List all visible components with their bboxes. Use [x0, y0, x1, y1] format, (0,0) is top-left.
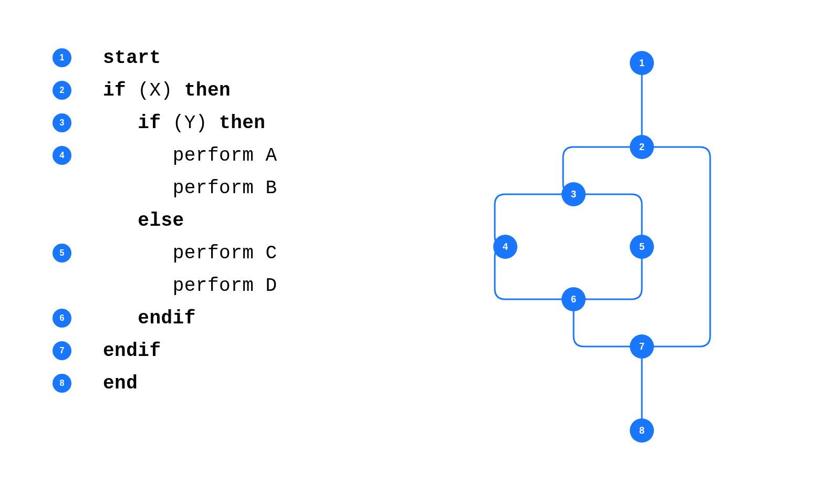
code-text: endif	[103, 340, 161, 362]
code-line-3: 4 perform A	[53, 145, 395, 166]
line-number-badge: 5	[53, 244, 71, 262]
keyword: else	[138, 210, 184, 232]
code-text: if (Y) then	[103, 112, 265, 134]
keyword: then	[184, 80, 231, 101]
code-text: end	[103, 373, 138, 394]
line-number-badge: 4	[53, 146, 71, 165]
line-number-badge: 2	[53, 81, 71, 100]
code-line-4: perform B	[53, 177, 395, 198]
line-number-badge: 8	[53, 374, 71, 393]
graph-node-6: 6	[561, 287, 586, 311]
node-label: 4	[503, 242, 508, 252]
keyword: if	[138, 112, 161, 134]
code-line-6: 5 perform C	[53, 243, 395, 264]
keyword: start	[103, 47, 161, 69]
code-text: perform B	[103, 177, 277, 199]
code-text: perform C	[103, 243, 277, 264]
graph-node-4: 4	[493, 235, 517, 259]
code-line-10: 8end	[53, 373, 395, 394]
token: perform C	[173, 243, 277, 264]
code-line-1: 2if (X) then	[53, 80, 395, 101]
node-label: 2	[639, 142, 644, 152]
token: (Y)	[161, 112, 220, 134]
code-text: perform A	[103, 145, 277, 166]
code-line-2: 3 if (Y) then	[53, 112, 395, 133]
graph-node-8: 8	[630, 418, 654, 443]
code-text: perform D	[103, 275, 277, 297]
graph-node-2: 2	[630, 135, 654, 159]
code-line-7: perform D	[53, 275, 395, 296]
token: perform B	[173, 177, 277, 199]
diagram-container: 1start2if (X) then3 if (Y) then4 perform…	[0, 0, 832, 504]
flow-graph: 12345678	[442, 42, 757, 462]
code-line-9: 7endif	[53, 340, 395, 361]
code-text: if (X) then	[103, 80, 231, 101]
graph-node-1: 1	[630, 51, 654, 75]
code-text: endif	[103, 308, 196, 329]
code-line-8: 6 endif	[53, 308, 395, 329]
node-label: 5	[639, 242, 644, 252]
graph-panel: 12345678	[416, 0, 832, 504]
keyword: then	[219, 112, 265, 134]
line-number-placeholder	[53, 178, 71, 197]
line-number-badge: 3	[53, 113, 71, 132]
keyword: endif	[138, 308, 196, 329]
code-line-0: 1start	[53, 47, 395, 68]
keyword: if	[103, 80, 126, 101]
node-label: 8	[639, 425, 644, 436]
line-number-placeholder	[53, 211, 71, 230]
node-label: 3	[571, 189, 576, 200]
token: (X)	[126, 80, 184, 101]
graph-node-3: 3	[561, 182, 586, 206]
graph-edge	[574, 247, 642, 299]
code-panel: 1start2if (X) then3 if (Y) then4 perform…	[0, 0, 416, 504]
line-number-badge: 7	[53, 341, 71, 360]
keyword: end	[103, 373, 138, 394]
line-number-badge: 1	[53, 48, 71, 67]
graph-edge	[574, 194, 642, 247]
graph-node-7: 7	[630, 334, 654, 359]
node-label: 7	[639, 341, 644, 352]
line-number-placeholder	[53, 276, 71, 295]
node-label: 6	[571, 294, 576, 304]
code-text: start	[103, 47, 161, 69]
graph-node-5: 5	[630, 235, 654, 259]
node-label: 1	[639, 58, 644, 68]
graph-edge	[574, 299, 642, 346]
token: perform A	[173, 145, 277, 166]
keyword: endif	[103, 340, 161, 362]
code-text: else	[103, 210, 184, 232]
code-line-5: else	[53, 210, 395, 231]
line-number-badge: 6	[53, 309, 71, 328]
token: perform D	[173, 275, 277, 297]
